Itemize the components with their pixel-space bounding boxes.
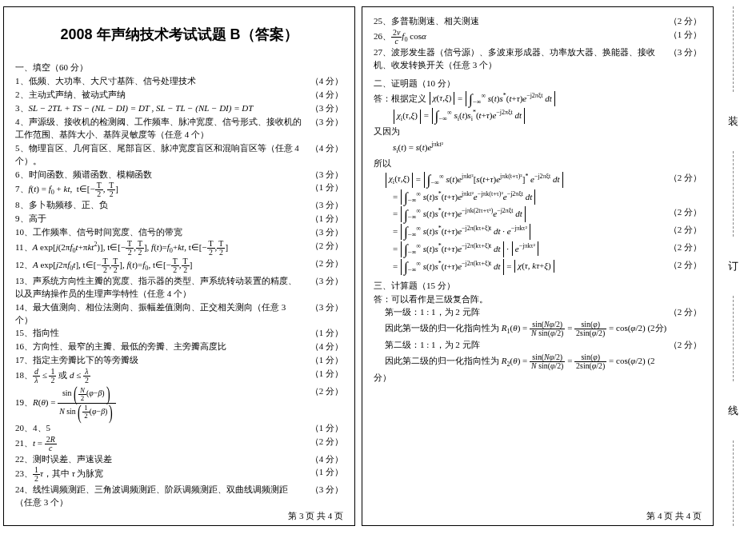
item-8: 8、多卜勒频移、正、负（3 分） <box>15 199 343 212</box>
proof-step-5: = ∫−∞∞ s(t)s*(t+τ)e−j2π(kτ+ξ)t dt · e−jπ… <box>374 241 702 257</box>
page-4: 25、多普勒测速、相关测速（2 分） 26、2vcf0 cosα（1 分） 27… <box>362 6 714 526</box>
item-22: 22、测时误差、声速误差（4 分） <box>15 453 343 466</box>
item-15: 15、指向性（1 分） <box>15 327 343 340</box>
binding-char-1: 装 <box>728 114 738 129</box>
proof-so: 所以 <box>374 157 702 170</box>
item-10: 10、工作频率、信号时间宽度、信号的带宽（3 分） <box>15 226 343 239</box>
calc-ans: 答：可以看作是三级复合阵。 <box>374 293 702 306</box>
item-21: 21、t = 2Rc（2 分） <box>15 436 343 452</box>
item-9: 9、高于（1 分） <box>15 213 343 225</box>
calc-l1: 第一级：1 : 1，为 2 元阵（2 分） <box>374 306 702 319</box>
item-2: 2、主动式声纳、被动式声纳（4 分） <box>15 89 343 102</box>
item-6: 6、时间函数、频谱函数、模糊函数（3 分） <box>15 169 343 181</box>
calc-l2-eq: 因此第二级的归一化指向性为 R2(θ) = sin(Nφ/2)N sin(φ/2… <box>374 353 702 370</box>
page-number-left: 第 3 页 共 4 页 <box>288 510 343 522</box>
item-19: 19、R(θ) = sin(N2(φ−β))N sin(12(φ−β))（2 分… <box>15 385 343 421</box>
section-b-heading: 二、证明题（10 分） <box>374 78 702 90</box>
item-12: 12、A exp[j2πf0t], t∈[−T2,T2], f(t)=f0, t… <box>15 257 343 274</box>
item-16: 16、方向性、最窄的主瓣、最低的旁瓣、主旁瓣高度比（4 分） <box>15 341 343 353</box>
section-c-heading: 三、计算题（15 分） <box>374 280 702 293</box>
item-24: 24、线性调频测距、三角波调频测距、阶跃调频测距、双曲线调频测距（任意 3 个）… <box>15 484 343 509</box>
proof-def: 答：根据定义 χ(τ,ξ) = ∫−∞∞ s(t)s*(t+τ)e−j2πξt … <box>374 91 702 107</box>
binding-char-2: 订 <box>728 259 738 273</box>
item-18: 18、dλ ≤ 12 或 d ≤ λ2（1 分） <box>15 368 343 385</box>
item-14: 14、最大值测向、相位法测向、振幅差值测向、正交相关测向（任意 3 个）（3 分… <box>15 301 343 327</box>
proof-eq2: χi(τ,ξ) = ∫−∞∞ si(t)si*(t+τ)e−j2πξt dt <box>374 108 702 124</box>
item-13: 13、声系统方向性主瓣的宽度、指示器的类型、声系统转动装置的精度、以及声纳操作员… <box>15 275 343 301</box>
proof-step-2: = ∫−∞∞ s(t)s*(t+τ)ejπkt²e−jπk(t+τ)²e−j2π… <box>374 189 702 205</box>
section-a-heading: 一、填空（60 分） <box>15 62 343 74</box>
dash-line-icon <box>733 6 734 92</box>
calc-l1-eq: 因此第一级的归一化指向性为 R1(θ) = sin(Nφ/2)N sin(φ/2… <box>374 321 702 337</box>
item-1: 1、低频、大功率、大尺寸基阵、信号处理技术（4 分） <box>15 75 343 88</box>
item-4: 4、声源级、接收机的检测阈、工作频率、脉冲宽度、信号形式、接收机的工作范围、基阵… <box>15 116 343 141</box>
exam-title: 2008 年声纳技术考试试题 B（答案） <box>15 25 343 44</box>
proof-because: 又因为 <box>374 126 702 138</box>
item-20: 20、4、5（1 分） <box>15 422 343 435</box>
proof-step-4: = ∫−∞∞ s(t)s*(t+τ)e−j2π(kτ+ξ)t dt · e−jπ… <box>374 224 702 240</box>
item-23: 23、12τ，其中 τ 为脉宽（1 分） <box>15 466 343 483</box>
item-25: 25、多普勒测速、相关测速（2 分） <box>374 15 702 28</box>
item-17: 17、指定主旁瓣比下的等旁瓣级（1 分） <box>15 354 343 367</box>
binding-margin: 装 订 线 <box>717 6 749 526</box>
proof-step-6: = ∫−∞∞ s(t)s*(t+τ)e−j2π(kτ+ξ)t dt = χ(τ,… <box>374 259 702 275</box>
binding-char-3: 线 <box>728 404 738 418</box>
item-27: 27、波形发生器（信号源）、多波束形成器、功率放大器、换能器、接收机、收发转换开… <box>374 46 702 72</box>
calc-tail: 分） <box>374 372 702 385</box>
item-5: 5、物理盲区、几何盲区、尾部盲区、脉冲宽度盲区和混响盲区等（任意 4 个）。（4… <box>15 142 343 168</box>
proof-step-3: = ∫−∞∞ s(t)s*(t+τ)e−jπk(2tτ+τ²)e−j2πξt d… <box>374 206 702 222</box>
item-3: 3、SL − 2TL + TS − (NL − DI) = DT , SL − … <box>15 102 343 115</box>
page-number-right: 第 4 页 共 4 页 <box>646 510 702 522</box>
proof-step-1: χi(τ,ξ) = ∫−∞∞ s(t)ejπkt²[s(t+τ)ejπk(t+τ… <box>374 172 702 188</box>
item-11: 11、A exp[j(2πf0t+πkt2)], t∈[−T2,T2], f(t… <box>15 240 343 257</box>
dash-line-icon <box>733 296 734 381</box>
item-7: 7、f(t) = f0 + kt, t∈[−T2, T2]（1 分） <box>15 181 343 198</box>
proof-eq3: si(t) = s(t)ejπkt² <box>374 140 702 156</box>
item-26: 26、2vcf0 cosα（1 分） <box>374 29 702 46</box>
dash-line-icon <box>733 151 734 237</box>
calc-l2: 第二级：1 : 1，为 2 元阵（2 分） <box>374 339 702 352</box>
page-3: 2008 年声纳技术考试试题 B（答案） 一、填空（60 分） 1、低频、大功率… <box>3 6 355 526</box>
dash-line-icon <box>733 440 734 526</box>
